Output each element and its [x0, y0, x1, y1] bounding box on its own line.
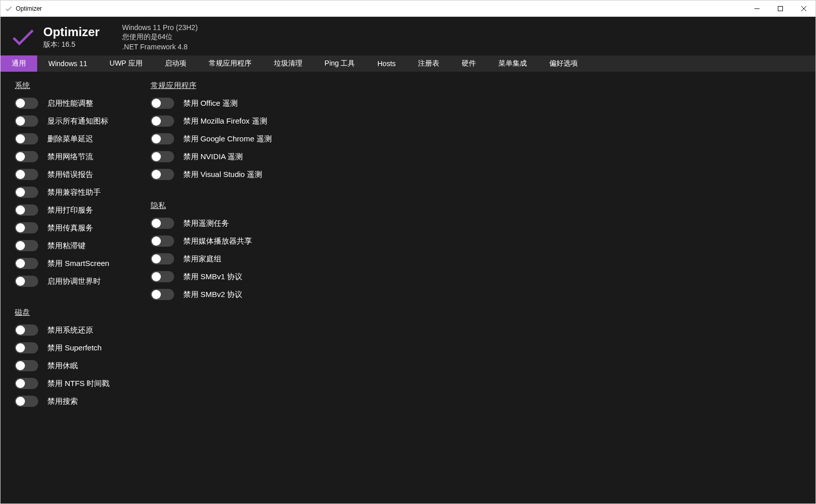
- toggle-row-nvidia-telemetry: 禁用 NVIDIA 遥测: [151, 151, 272, 162]
- tab-registry[interactable]: 注册表: [407, 55, 451, 72]
- toggle-hibernate[interactable]: [15, 360, 38, 371]
- toggle-knob: [16, 170, 25, 179]
- toggle-smbv1[interactable]: [151, 271, 174, 282]
- logo-area: Optimizer 版本: 16.5: [9, 23, 100, 51]
- label-homegroup: 禁用家庭组: [183, 254, 221, 264]
- section-title-privacy: 隐私: [151, 201, 272, 211]
- column-right: 常规应用程序 禁用 Office 遥测 禁用 Mozilla Firefox 遥…: [151, 81, 272, 494]
- toggle-row-sticky-keys: 禁用粘滞键: [15, 240, 110, 251]
- tab-windows11[interactable]: Windows 11: [37, 55, 98, 72]
- svg-rect-1: [778, 6, 783, 11]
- label-sys-restore: 禁用系统还原: [47, 325, 93, 335]
- label-smbv1: 禁用 SMBv1 协议: [183, 272, 243, 282]
- label-hibernate: 禁用休眠: [47, 361, 78, 371]
- toggle-knob: [152, 170, 161, 179]
- toggle-sticky-keys[interactable]: [15, 240, 38, 251]
- label-sticky-keys: 禁用粘滞键: [47, 241, 86, 251]
- toggle-network-throttle[interactable]: [15, 151, 38, 162]
- app-window: Optimizer Optimizer 版本: 16.5: [0, 0, 816, 504]
- toggle-row-utc: 启用协调世界时: [15, 276, 110, 287]
- section-title-apps: 常规应用程序: [151, 81, 272, 91]
- toggle-compat-assist[interactable]: [15, 187, 38, 198]
- toggle-row-hibernate: 禁用休眠: [15, 360, 110, 371]
- toggle-smbv2[interactable]: [151, 289, 174, 300]
- toggle-row-perf-tweaks: 启用性能调整: [15, 98, 110, 109]
- toggle-menu-delay[interactable]: [15, 133, 38, 144]
- toggle-chrome-telemetry[interactable]: [151, 133, 174, 144]
- toggle-media-sharing[interactable]: [151, 235, 174, 247]
- tab-menu-integration[interactable]: 菜单集成: [487, 55, 538, 72]
- system-info: Windows 11 Pro (23H2) 您使用的是64位 .NET Fram…: [122, 23, 198, 51]
- toggle-knob: [16, 241, 25, 250]
- toggle-row-smbv1: 禁用 SMBv1 协议: [151, 271, 272, 282]
- tab-general[interactable]: 通用: [1, 55, 37, 72]
- tab-uwp[interactable]: UWP 应用: [98, 55, 153, 72]
- toggle-row-office-telemetry: 禁用 Office 遥测: [151, 98, 272, 109]
- label-chrome-telemetry: 禁用 Google Chrome 遥测: [183, 134, 272, 144]
- close-button[interactable]: [792, 1, 815, 17]
- toggle-perf-tweaks[interactable]: [15, 98, 38, 109]
- tab-ping[interactable]: Ping 工具: [314, 55, 367, 72]
- toggle-row-network-throttle: 禁用网络节流: [15, 151, 110, 162]
- maximize-button[interactable]: [769, 1, 792, 17]
- label-firefox-telemetry: 禁用 Mozilla Firefox 遥测: [183, 116, 267, 126]
- tab-startup[interactable]: 启动项: [154, 55, 198, 72]
- app-body: Optimizer 版本: 16.5 Windows 11 Pro (23H2)…: [1, 17, 815, 503]
- window-title: Optimizer: [16, 5, 745, 12]
- toggle-knob: [16, 343, 25, 352]
- label-smbv2: 禁用 SMBv2 协议: [183, 290, 243, 300]
- content: 系统 启用性能调整 显示所有通知图标 删除菜单延迟 禁用网络节流 禁用错误报告 …: [1, 72, 815, 503]
- app-name-block: Optimizer 版本: 16.5: [43, 25, 100, 49]
- section-apps: 常规应用程序 禁用 Office 遥测 禁用 Mozilla Firefox 遥…: [151, 81, 272, 187]
- toggle-knob: [16, 223, 25, 232]
- toggle-knob: [16, 325, 25, 335]
- toggle-all-tray-icons[interactable]: [15, 115, 38, 127]
- minimize-button[interactable]: [745, 1, 769, 17]
- tab-common-apps[interactable]: 常规应用程序: [198, 55, 263, 72]
- label-utc: 启用协调世界时: [47, 277, 101, 286]
- toggle-knob: [16, 99, 25, 108]
- toggle-nvidia-telemetry[interactable]: [151, 151, 174, 162]
- os-line: Windows 11 Pro (23H2): [122, 23, 198, 32]
- label-perf-tweaks: 启用性能调整: [47, 99, 93, 108]
- label-search: 禁用搜索: [47, 397, 78, 406]
- toggle-office-telemetry[interactable]: [151, 98, 174, 109]
- toggle-error-report[interactable]: [15, 169, 38, 180]
- toggle-row-search: 禁用搜索: [15, 396, 110, 407]
- label-telemetry-tasks: 禁用遥测任务: [183, 219, 229, 228]
- toggle-knob: [152, 99, 161, 108]
- toggle-row-sys-restore: 禁用系统还原: [15, 324, 110, 336]
- toggle-homegroup[interactable]: [151, 253, 174, 264]
- tab-hardware[interactable]: 硬件: [451, 55, 487, 72]
- window-controls: [745, 1, 815, 17]
- toggle-knob: [16, 277, 25, 286]
- tab-preferences[interactable]: 偏好选项: [538, 55, 589, 72]
- toggle-knob: [16, 361, 25, 370]
- toggle-telemetry-tasks[interactable]: [151, 218, 174, 229]
- toggle-sys-restore[interactable]: [15, 324, 38, 336]
- tab-hosts[interactable]: Hosts: [367, 55, 407, 72]
- toggle-print-svc[interactable]: [15, 204, 38, 216]
- toggle-utc[interactable]: [15, 276, 38, 287]
- toggle-firefox-telemetry[interactable]: [151, 115, 174, 127]
- label-menu-delay: 删除菜单延迟: [47, 134, 93, 144]
- toggle-superfetch[interactable]: [15, 342, 38, 353]
- toggle-knob: [152, 272, 161, 281]
- app-version: 版本: 16.5: [43, 40, 100, 49]
- toggle-fax-svc[interactable]: [15, 222, 38, 233]
- tab-cleanup[interactable]: 垃圾清理: [263, 55, 314, 72]
- toggle-row-chrome-telemetry: 禁用 Google Chrome 遥测: [151, 133, 272, 144]
- toggle-smartscreen[interactable]: [15, 258, 38, 269]
- toggle-knob: [152, 152, 161, 161]
- label-vs-telemetry: 禁用 Visual Studio 遥测: [183, 170, 263, 180]
- toggle-row-error-report: 禁用错误报告: [15, 169, 110, 180]
- toggle-ntfs-ts[interactable]: [15, 378, 38, 389]
- arch-line: 您使用的是64位: [122, 33, 198, 42]
- label-fax-svc: 禁用传真服务: [47, 223, 93, 233]
- toggle-row-all-tray-icons: 显示所有通知图标: [15, 115, 110, 127]
- toggle-search[interactable]: [15, 396, 38, 407]
- label-nvidia-telemetry: 禁用 NVIDIA 遥测: [183, 152, 243, 162]
- toggle-vs-telemetry[interactable]: [151, 169, 174, 180]
- toggle-knob: [152, 219, 161, 228]
- label-print-svc: 禁用打印服务: [47, 205, 93, 215]
